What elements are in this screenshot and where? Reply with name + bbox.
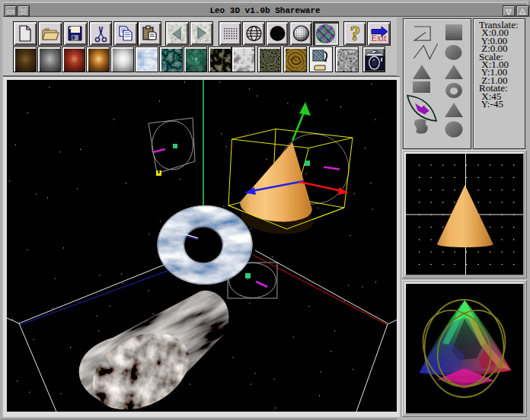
svg-text:?: ? [350,24,361,44]
